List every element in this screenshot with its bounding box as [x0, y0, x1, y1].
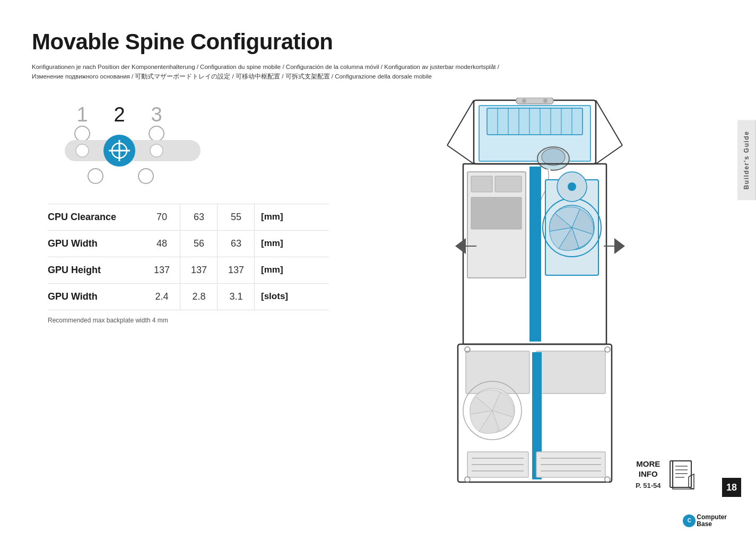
svg-point-27: [542, 148, 565, 165]
cpu-clearance-val-3: 55: [218, 212, 255, 223]
svg-line-15: [596, 145, 622, 164]
svg-point-8: [150, 144, 163, 157]
spec-label-gpu-width-2: GPU Width: [48, 291, 143, 302]
gpu-width-2-val-2: 2.8: [180, 291, 218, 302]
left-panel: 1 2 3: [32, 98, 361, 517]
svg-line-13: [596, 100, 622, 145]
svg-point-60: [605, 347, 610, 352]
svg-point-9: [88, 169, 103, 184]
case-illustration: [405, 98, 670, 506]
spec-row-cpu-clearance: CPU Clearance 70 63 55 [mm]: [48, 204, 329, 230]
svg-point-1: [149, 126, 164, 141]
svg-rect-63: [516, 98, 553, 104]
svg-point-10: [138, 169, 153, 184]
logo-top: Computer: [697, 514, 727, 521]
more-info-label: MOREINFO: [636, 459, 661, 479]
computerbase-logo: C Computer Base: [683, 514, 727, 528]
builders-guide-tab: Builder's Guide: [737, 120, 756, 200]
pos-1: 1: [76, 103, 88, 126]
cpu-clearance-val-2: 63: [180, 212, 218, 223]
svg-point-65: [543, 99, 548, 103]
gpu-height-unit: [mm]: [261, 265, 283, 275]
svg-point-0: [75, 126, 90, 141]
gpu-width-1-unit: [mm]: [261, 238, 283, 249]
spec-row-gpu-width-1: GPU Width 48 56 63 [mm]: [48, 230, 329, 257]
cpu-clearance-unit: [mm]: [261, 212, 283, 222]
more-info-page: P. 51-54: [636, 482, 661, 490]
gpu-width-2-val-3: 3.1: [218, 291, 255, 302]
gpu-height-val-2: 137: [180, 265, 218, 276]
specs-table: CPU Clearance 70 63 55 [mm] GPU Width 48…: [32, 204, 329, 310]
spec-row-gpu-height: GPU Height 137 137 137 [mm]: [48, 257, 329, 283]
gpu-width-1-val-1: 48: [143, 238, 180, 249]
gpu-width-1-val-2: 56: [180, 238, 218, 249]
svg-point-7: [76, 144, 89, 157]
spec-label-gpu-width-1: GPU Width: [48, 238, 143, 249]
right-panel: MOREINFO P. 51-54: [361, 98, 724, 517]
spec-label-gpu-height: GPU Height: [48, 265, 143, 276]
svg-point-62: [605, 477, 610, 482]
pos-3: 3: [151, 103, 162, 126]
svg-rect-17: [487, 108, 583, 135]
gpu-width-2-unit: [slots]: [261, 291, 288, 302]
pos-2: 2: [114, 103, 125, 126]
cb-logo-circle: C: [683, 514, 696, 527]
svg-point-61: [465, 477, 470, 482]
spec-row-gpu-width-2: GPU Width 2.4 2.8 3.1 [slots]: [48, 283, 329, 310]
svg-point-39: [568, 182, 576, 191]
builders-guide-label: Builder's Guide: [743, 130, 750, 189]
gpu-height-val-1: 137: [143, 265, 180, 276]
svg-rect-33: [471, 197, 522, 229]
recommended-note: Recommended max backplate width 4 mm: [32, 317, 361, 324]
svg-rect-29: [529, 167, 541, 342]
svg-rect-46: [536, 351, 605, 394]
more-info-box: MOREINFO P. 51-54: [636, 458, 696, 490]
svg-line-12: [447, 100, 474, 145]
svg-point-64: [522, 99, 526, 103]
svg-rect-32: [495, 176, 522, 192]
svg-rect-31: [471, 176, 492, 192]
spec-label-cpu-clearance: CPU Clearance: [48, 212, 143, 223]
subtitle: Konfigurationen je nach Position der Kom…: [32, 62, 509, 82]
cb-logo-text: Computer Base: [697, 514, 727, 528]
logo-bottom: Base: [697, 521, 727, 528]
gpu-width-2-val-1: 2.4: [143, 291, 180, 302]
svg-line-14: [447, 145, 474, 164]
spine-diagram: 1 2 3: [32, 98, 361, 193]
cpu-clearance-val-1: 70: [143, 212, 180, 223]
more-info-text: MOREINFO P. 51-54: [636, 459, 661, 490]
gpu-width-1-val-3: 63: [218, 238, 255, 249]
book-icon: [667, 458, 697, 490]
page-title: Movable Spine Configuration: [32, 29, 724, 55]
page-number: 18: [722, 478, 741, 497]
gpu-height-val-3: 137: [218, 265, 255, 276]
